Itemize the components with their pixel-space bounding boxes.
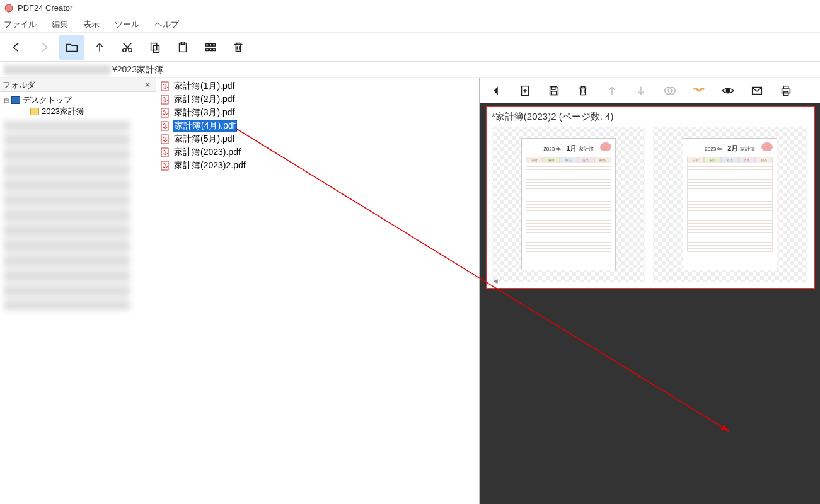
tree-folder-2023[interactable]: 2023家計簿 [0,106,156,117]
svg-rect-11 [209,48,212,50]
svg-point-25 [726,89,730,93]
file-name: 家計簿(2023).pdf [173,147,242,158]
tree-desktop-label: デスクトップ [23,94,72,106]
breadcrumb-current: ¥2023家計簿 [112,64,163,76]
svg-point-0 [5,4,13,12]
up-button[interactable] [87,35,112,60]
app-icon [4,3,14,13]
back-button[interactable] [4,35,29,60]
print-button[interactable] [773,78,799,103]
filter-button[interactable] [686,78,712,103]
file-row[interactable]: 家計簿(2月).pdf [156,93,479,106]
svg-rect-22 [551,91,556,94]
copy-button[interactable] [142,35,168,60]
grid-view-button[interactable] [198,35,223,60]
window-title: PDF24 Creator [18,3,72,13]
menu-view[interactable]: 表示 [83,19,100,30]
pdf-icon [160,161,170,171]
menu-help[interactable]: ヘルプ [154,19,179,30]
folder-tree-pane: フォルダ ✕ ⊟ デスクトップ 2023家計簿 [0,78,156,504]
preview-pane: *家計簿(2023)2 (ページ数: 4) 2023 年 1月 家計簿日付費目収… [480,78,820,504]
page-thumbnail[interactable]: 2023 年 2月 家計簿日付費目収入支出残高 [653,127,807,282]
pdf-icon [160,121,170,131]
move-down-button[interactable] [628,78,654,103]
open-folder-button[interactable] [59,35,84,60]
thumbnail-header: 2023 年 2月 家計簿 [687,144,773,153]
prev-page-button[interactable] [483,78,509,103]
menu-file[interactable]: ファイル [4,19,37,30]
scroll-left-icon[interactable]: ◄ [492,277,499,285]
file-row[interactable]: 家計簿(5月).pdf [156,132,479,146]
svg-rect-4 [153,45,159,52]
pdf-icon [160,81,170,91]
pdf-icon [160,94,170,105]
tree-desktop[interactable]: ⊟ デスクトップ [0,94,156,106]
svg-rect-21 [551,86,555,89]
cut-button[interactable] [115,35,140,60]
collapse-icon[interactable]: ⊟ [3,97,10,104]
pdf-icon [160,134,170,144]
svg-rect-3 [151,43,157,50]
menu-edit[interactable]: 編集 [52,19,68,30]
folder-tree: ⊟ デスクトップ 2023家計簿 [0,92,156,312]
svg-rect-29 [783,91,788,95]
svg-rect-12 [213,48,216,50]
pig-icon [761,142,773,151]
file-name: 家計簿(2023)2.pdf [173,160,247,171]
page-thumbnail[interactable]: 2023 年 1月 家計簿日付費目収入支出残高 [492,127,645,282]
preview-thumbnail-row: 2023 年 1月 家計簿日付費目収入支出残高2023 年 2月 家計簿日付費目… [492,127,809,282]
paste-button[interactable] [170,35,195,60]
main-toolbar [0,33,820,62]
tree-folder-label: 2023家計簿 [42,106,84,117]
save-button[interactable] [541,78,567,103]
pdf-icon [160,108,170,118]
breadcrumb: ¥2023家計簿 [0,62,820,78]
email-button[interactable] [744,78,770,103]
file-row[interactable]: 家計簿(1月).pdf [156,79,479,93]
svg-rect-7 [206,43,209,46]
folder-pane-title: フォルダ [3,79,35,91]
preview-document-card[interactable]: *家計簿(2023)2 (ページ数: 4) 2023 年 1月 家計簿日付費目収… [486,106,815,289]
file-name: 家計簿(3月).pdf [173,107,236,118]
file-row[interactable]: 家計簿(2023)2.pdf [156,159,479,172]
folder-icon [30,108,39,115]
svg-rect-27 [782,89,790,93]
svg-rect-9 [213,43,216,46]
thumbnail-page-content: 2023 年 2月 家計簿日付費目収入支出残高 [683,138,777,270]
thumbnail-header: 2023 年 1月 家計簿 [526,144,611,153]
file-row[interactable]: 家計簿(2023).pdf [156,146,479,159]
menu-bar: ファイル 編集 表示 ツール ヘルプ [0,16,820,33]
file-name: 家計簿(1月).pdf [173,81,236,92]
menu-tools[interactable]: ツール [115,19,139,30]
merge-button[interactable] [657,78,683,103]
svg-rect-28 [783,86,788,89]
move-up-button[interactable] [599,78,625,103]
file-list-pane: 家計簿(1月).pdf家計簿(2月).pdf家計簿(3月).pdf家計簿(4月)… [156,78,480,504]
new-doc-button[interactable] [512,78,538,103]
file-name: 家計簿(5月).pdf [173,134,236,145]
breadcrumb-blurred-prefix [4,65,111,75]
window-titlebar: PDF24 Creator [0,0,820,16]
file-row[interactable]: 家計簿(4月).pdf [156,119,479,132]
desktop-icon [11,96,20,104]
visibility-button[interactable] [715,78,741,103]
pig-icon [600,142,611,151]
pdf-icon [160,147,170,158]
tree-blurred-items [4,121,130,310]
file-list: 家計簿(1月).pdf家計簿(2月).pdf家計簿(3月).pdf家計簿(4月)… [156,78,479,173]
file-row[interactable]: 家計簿(3月).pdf [156,106,479,119]
file-name: 家計簿(2月).pdf [173,94,236,105]
delete-button[interactable] [226,35,251,60]
folder-pane-close-button[interactable]: ✕ [142,81,153,89]
file-name: 家計簿(4月).pdf [173,120,237,132]
folder-pane-header: フォルダ ✕ [0,78,156,92]
svg-rect-10 [206,48,209,50]
thumbnail-page-content: 2023 年 1月 家計簿日付費目収入支出残高 [521,138,616,270]
preview-toolbar [480,78,820,103]
preview-document-title: *家計簿(2023)2 (ページ数: 4) [492,111,809,123]
trash-button[interactable] [570,78,596,103]
forward-button[interactable] [32,35,57,60]
svg-rect-8 [209,43,212,46]
